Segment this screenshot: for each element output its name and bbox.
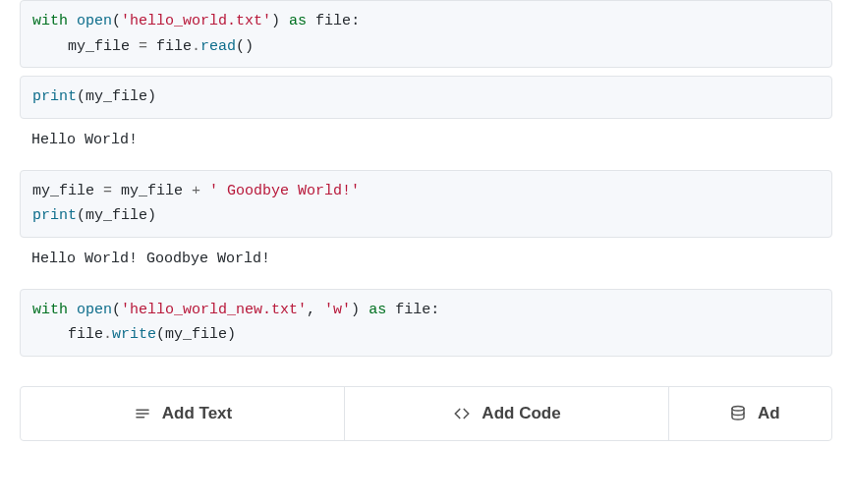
code-input[interactable]: with open('hello_world.txt') as file: my… bbox=[20, 0, 832, 68]
code-token: 'w' bbox=[324, 302, 351, 318]
add-data-button[interactable]: Ad bbox=[669, 387, 831, 440]
code-token: my_file bbox=[32, 38, 139, 55]
code-token: ) bbox=[227, 326, 236, 343]
code-token: my_file bbox=[112, 183, 192, 199]
code-token: ) bbox=[147, 207, 156, 224]
code-token: open bbox=[77, 13, 112, 29]
code-token: ) bbox=[271, 13, 280, 29]
code-token: file bbox=[32, 326, 103, 343]
notebook-cell: my_file = my_file + ' Goodbye World!' pr… bbox=[20, 170, 832, 281]
code-token: ) bbox=[351, 302, 360, 318]
code-token: my_file bbox=[32, 183, 103, 199]
code-token: my_file bbox=[85, 88, 147, 105]
svg-point-3 bbox=[732, 406, 744, 411]
code-token: . bbox=[103, 326, 112, 343]
toolbar: Add Text Add Code Ad bbox=[20, 386, 832, 441]
code-token: ( bbox=[77, 207, 85, 224]
code-token: 'hello_world_new.txt' bbox=[121, 302, 307, 318]
notebook-cell: with open('hello_world.txt') as file: my… bbox=[20, 0, 832, 68]
add-code-button[interactable]: Add Code bbox=[345, 387, 669, 440]
code-token: ( bbox=[77, 88, 85, 105]
code-input[interactable]: my_file = my_file + ' Goodbye World!' pr… bbox=[20, 170, 832, 238]
code-token: file bbox=[395, 302, 430, 318]
code-token: , bbox=[307, 302, 324, 318]
code-token: . bbox=[192, 38, 200, 55]
code-token: = bbox=[103, 183, 112, 199]
notebook-cell: print(my_file)Hello World! bbox=[20, 76, 832, 162]
code-token: my_file bbox=[85, 207, 147, 224]
code-token: my_file bbox=[165, 326, 227, 343]
code-token: as bbox=[280, 13, 315, 29]
add-code-label: Add Code bbox=[482, 404, 560, 423]
add-text-button[interactable]: Add Text bbox=[21, 387, 345, 440]
code-token: = bbox=[139, 38, 147, 55]
text-lines-icon bbox=[133, 404, 152, 423]
database-icon bbox=[728, 404, 748, 423]
code-token: print bbox=[32, 207, 77, 224]
code-token: file bbox=[315, 13, 351, 29]
code-token: : bbox=[430, 302, 439, 318]
code-token: with bbox=[32, 302, 77, 318]
code-token: as bbox=[360, 302, 395, 318]
code-token: with bbox=[32, 13, 77, 29]
code-token: () bbox=[236, 38, 254, 55]
code-token: ( bbox=[112, 13, 121, 29]
notebook: with open('hello_world.txt') as file: my… bbox=[0, 0, 852, 357]
code-token: open bbox=[77, 302, 112, 318]
code-input[interactable]: with open('hello_world_new.txt', 'w') as… bbox=[20, 289, 832, 357]
code-token: : bbox=[351, 13, 360, 29]
code-token: ( bbox=[112, 302, 121, 318]
code-token: + bbox=[192, 183, 200, 199]
code-token: ' Goodbye World!' bbox=[200, 183, 360, 199]
code-token: file bbox=[147, 38, 192, 55]
code-icon bbox=[452, 404, 472, 423]
code-token: ( bbox=[156, 326, 165, 343]
code-token: ) bbox=[147, 88, 156, 105]
code-token: print bbox=[32, 88, 77, 105]
add-data-label: Ad bbox=[758, 404, 780, 423]
code-token: read bbox=[200, 38, 236, 55]
code-token: write bbox=[112, 326, 156, 343]
code-input[interactable]: print(my_file) bbox=[20, 76, 832, 119]
notebook-cell: with open('hello_world_new.txt', 'w') as… bbox=[20, 289, 832, 357]
code-output: Hello World! Goodbye World! bbox=[20, 238, 832, 281]
add-text-label: Add Text bbox=[162, 404, 232, 423]
code-token: 'hello_world.txt' bbox=[121, 13, 271, 29]
code-output: Hello World! bbox=[20, 119, 832, 162]
